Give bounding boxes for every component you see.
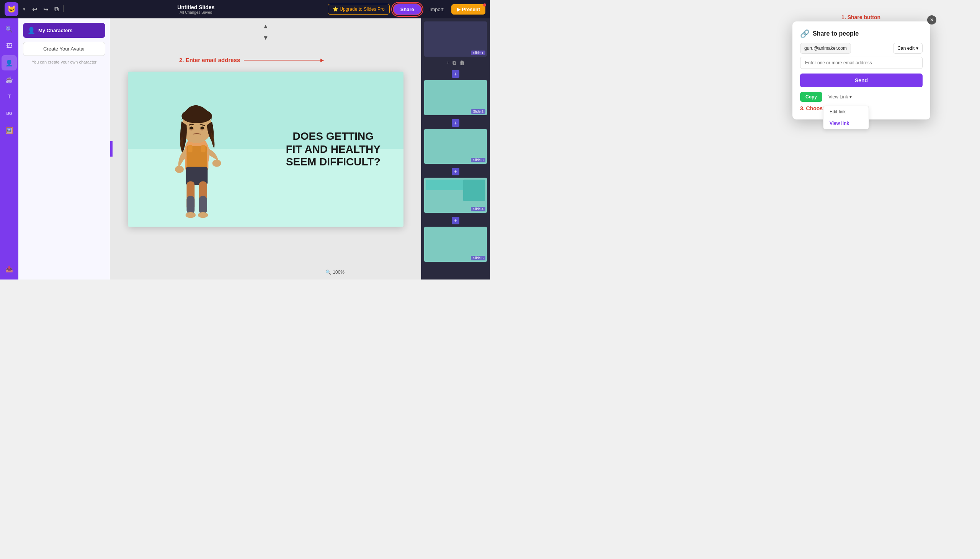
svg-rect-4 bbox=[201, 145, 205, 152]
logo-button[interactable]: 🐱 bbox=[5, 2, 18, 16]
svg-point-18 bbox=[200, 126, 204, 129]
svg-rect-3 bbox=[188, 145, 192, 152]
zoom-indicator: 🔍 100% bbox=[326, 270, 345, 275]
slide-up-button[interactable]: ▲ bbox=[260, 22, 271, 31]
main-layout: 🔍 🖼 👤 ☕ T BG 🖼️ 📤 👤 My Characters Create… bbox=[0, 18, 490, 280]
slide-1-actions: + ⧉ 🗑 bbox=[424, 58, 487, 68]
slide-nav-arrows: ▲ ▼ bbox=[260, 22, 271, 43]
svg-point-20 bbox=[175, 165, 184, 173]
slide-copy-icon[interactable]: ⧉ bbox=[453, 60, 456, 66]
my-characters-button[interactable]: 👤 My Characters bbox=[23, 23, 105, 38]
sidebar-icon-images[interactable]: 🖼️ bbox=[2, 122, 17, 138]
slide-add-icon[interactable]: + bbox=[446, 60, 450, 66]
topbar-right: ⭐ Upgrade to Slides Pro Share Import ▶ P… bbox=[328, 3, 486, 15]
sidebar-icon-props[interactable]: ☕ bbox=[2, 72, 17, 87]
slide-character bbox=[151, 85, 243, 227]
undo-button[interactable]: ↩ bbox=[30, 4, 40, 15]
my-characters-label: My Characters bbox=[38, 28, 73, 33]
separator: | bbox=[63, 4, 64, 15]
topbar: 🐱 ▾ ↩ ↪ ⧉ | Untitled Slides All Changes … bbox=[0, 0, 490, 18]
characters-panel: 👤 My Characters Create Your Avatar You c… bbox=[18, 18, 110, 280]
icon-sidebar: 🔍 🖼 👤 ☕ T BG 🖼️ 📤 bbox=[0, 18, 18, 280]
svg-point-10 bbox=[186, 212, 196, 218]
share-button[interactable]: Share bbox=[393, 3, 422, 15]
canvas-area: 2. Enter email address ▶ ‹ ▲ ▼ bbox=[110, 18, 421, 280]
sidebar-icon-character[interactable]: 👤 bbox=[2, 55, 17, 70]
zoom-icon: 🔍 bbox=[326, 270, 331, 275]
sidebar-icon-search[interactable]: 🔍 bbox=[2, 22, 17, 37]
sidebar-icon-text[interactable]: T bbox=[2, 89, 17, 104]
svg-rect-9 bbox=[199, 196, 207, 213]
logo-icon: 🐱 bbox=[7, 5, 16, 13]
svg-point-11 bbox=[198, 212, 208, 218]
create-avatar-label: Create Your Avatar bbox=[43, 46, 85, 52]
slide-line1: DOES GETTING bbox=[286, 130, 380, 143]
slide-thumbnail-4[interactable]: Slide 4 bbox=[424, 178, 487, 213]
copy-button[interactable]: ⧉ bbox=[52, 4, 61, 15]
slide-text-area: DOES GETTING FIT AND HEALTHY SEEM DIFFIC… bbox=[286, 130, 380, 169]
svg-point-19 bbox=[212, 159, 221, 167]
svg-point-17 bbox=[190, 126, 193, 129]
slide-down-button[interactable]: ▼ bbox=[260, 33, 271, 43]
slide-4-label: Slide 4 bbox=[471, 207, 486, 211]
present-button[interactable]: ▶ Present bbox=[451, 4, 486, 15]
add-slide-btn-1[interactable]: + bbox=[452, 70, 459, 78]
slide-canvas[interactable]: DOES GETTING FIT AND HEALTHY SEEM DIFFIC… bbox=[128, 71, 403, 227]
undo-redo-group: ↩ ↪ ⧉ | bbox=[30, 4, 64, 15]
slides-panel: Slide 1 + ⧉ 🗑 + Slide 2 + Slide 3 + Slid… bbox=[421, 18, 490, 280]
create-avatar-button[interactable]: Create Your Avatar bbox=[23, 42, 105, 56]
slide-2-label: Slide 2 bbox=[471, 109, 486, 114]
import-button[interactable]: Import bbox=[425, 4, 448, 15]
present-wrapper: ▶ Present bbox=[451, 4, 486, 15]
slide-line2: FIT AND HEALTHY bbox=[286, 142, 380, 155]
slide-title[interactable]: Untitled Slides bbox=[69, 4, 323, 10]
sidebar-icon-bg[interactable]: BG bbox=[2, 106, 17, 121]
zoom-value: 100% bbox=[333, 270, 345, 275]
slide-1-label: Slide 1 bbox=[471, 51, 486, 55]
character-icon: 👤 bbox=[28, 27, 35, 34]
svg-rect-8 bbox=[187, 196, 195, 213]
upgrade-button[interactable]: ⭐ Upgrade to Slides Pro bbox=[328, 4, 390, 15]
slide-thumbnail-2[interactable]: Slide 2 bbox=[424, 80, 487, 115]
slide-thumbnail-3[interactable]: Slide 3 bbox=[424, 129, 487, 164]
title-area: Untitled Slides All Changes Saved bbox=[69, 4, 323, 15]
canvas-body: ‹ ▲ ▼ bbox=[110, 18, 421, 280]
slide-line3: SEEM DIFFICULT? bbox=[286, 155, 380, 169]
sidebar-icon-media[interactable]: 🖼 bbox=[2, 38, 17, 54]
slide-thumbnail-5[interactable]: Slide 5 bbox=[424, 227, 487, 262]
add-slide-btn-2[interactable]: + bbox=[452, 119, 459, 127]
slide-delete-icon[interactable]: 🗑 bbox=[459, 60, 465, 66]
create-avatar-subtitle: You can create your own character bbox=[23, 60, 105, 64]
add-slide-btn-4[interactable]: + bbox=[452, 217, 459, 224]
redo-button[interactable]: ↪ bbox=[41, 4, 51, 15]
slide-thumbnail-1[interactable]: Slide 1 bbox=[424, 22, 487, 57]
add-slide-btn-3[interactable]: + bbox=[452, 168, 459, 175]
slide-3-label: Slide 3 bbox=[471, 158, 486, 162]
sidebar-icon-upload[interactable]: 📤 bbox=[2, 261, 17, 276]
dropdown-arrow[interactable]: ▾ bbox=[23, 7, 25, 12]
collapse-panel-button[interactable]: ‹ bbox=[110, 141, 112, 157]
save-status: All Changes Saved bbox=[69, 10, 323, 15]
slide-5-label: Slide 5 bbox=[471, 256, 486, 260]
notification-dot bbox=[483, 3, 486, 7]
